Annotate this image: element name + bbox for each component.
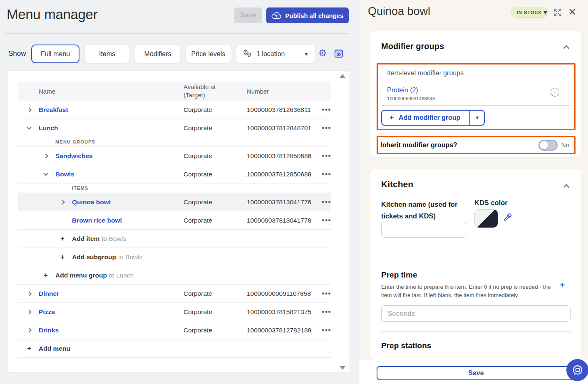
chevron-right-icon[interactable] [27,328,31,332]
row-actions-button[interactable]: ••• [322,126,331,130]
chat-bubble-icon [571,364,584,377]
add-item-row[interactable]: +Add itemto Bowls [18,230,331,248]
kitchen-name-input[interactable] [381,222,467,238]
inherit-modifier-groups-toggle[interactable] [538,140,558,151]
chevron-right-icon[interactable] [27,108,31,112]
row-name-link[interactable]: Lunch [39,124,58,132]
stock-dropdown-icon[interactable]: ▼ [542,9,548,16]
row-actions-button[interactable]: ••• [322,172,331,176]
row-available: Corporate [184,290,247,297]
row-number: 100000037812636811 [247,106,322,114]
table-row-bowls[interactable]: Bowls Corporate 100000037812850688 ••• [18,165,331,183]
row-name-link[interactable]: Brown rice bowl [72,217,122,224]
row-name-link[interactable]: Drinks [39,327,59,334]
row-name-link[interactable]: Bowls [55,171,74,178]
chevron-right-icon[interactable] [60,200,65,204]
row-actions-button[interactable]: ••• [322,292,331,296]
scroll-down-arrow[interactable] [340,366,345,370]
inherit-modifier-groups-label: Inherit modifier groups? [380,141,457,149]
table-row-lunch[interactable]: Lunch Corporate 100000037812848701 ••• [18,119,331,137]
table-row-dinner[interactable]: Dinner Corporate 100000000091107858 ••• [18,285,331,303]
row-actions-button[interactable]: ••• [322,154,331,158]
menu-preview-icon[interactable] [334,49,344,59]
close-icon[interactable]: ✕ [568,6,576,18]
row-name-link[interactable]: Sandwiches [55,152,93,160]
publish-all-changes-button[interactable]: Publish all changes [266,7,349,23]
chevron-right-icon[interactable] [44,154,48,158]
table-row-sandwiches[interactable]: Sandwiches Corporate 100000037812850686 … [18,147,331,165]
modifier-group-number: 100000059031468943 [387,96,435,101]
item-title: Quinoa bowl [368,5,430,18]
row-actions-button[interactable]: ••• [322,310,331,314]
modifier-group-link[interactable]: Protein (2) [387,87,418,94]
tab-modifiers[interactable]: Modifiers [135,45,181,63]
item-level-modifier-groups-label: Item-level modifier groups [387,69,464,77]
row-available: Corporate [184,327,247,334]
prep-time-input[interactable] [381,305,571,322]
section-label-row: ITEMS [18,183,331,193]
add-menu-row[interactable]: +Add menu [18,339,331,358]
save-button-disabled[interactable]: Save [234,7,262,23]
prep-stations-heading: Prep stations [381,341,431,350]
save-button[interactable]: Save [377,366,576,380]
collapse-section-icon[interactable] [564,183,569,188]
inherit-modifier-groups-highlight: Inherit modifier groups? No [377,136,576,154]
chevron-down-icon[interactable] [27,126,31,130]
add-prep-time-icon[interactable]: + [560,280,565,290]
table-row-pizza[interactable]: Pizza Corporate 100000037815821375 ••• [18,303,331,321]
section-label-row: MENU GROUPS [18,137,331,147]
row-name-link[interactable]: Quinoa bowl [72,198,111,206]
row-actions-button[interactable]: ••• [322,108,331,112]
kitchen-card: Kitchen Kitchen name (used for tickets a… [370,169,581,360]
row-actions-button[interactable]: ••• [322,218,331,223]
kitchen-heading: Kitchen [381,179,413,189]
row-number: 100000037812848701 [247,124,322,132]
row-number: 100000037812850688 [247,171,322,178]
table-row-drinks[interactable]: Drinks Corporate 100000037812782188 ••• [18,321,331,339]
location-pins-icon [242,49,253,59]
page-title: Menu manager [7,7,97,22]
row-number: 100000037812850686 [247,152,322,160]
add-subgroup-row[interactable]: +Add subgroupto Bowls [18,248,331,266]
chevron-down-icon[interactable] [44,172,48,176]
eyedropper-icon[interactable] [503,212,513,222]
chevron-down-icon: ▼ [304,51,309,57]
row-name-link[interactable]: Breakfast [39,106,68,114]
item-level-modifier-groups-highlight: Item-level modifier groups Protein (2) 1… [377,63,576,130]
add-modifier-group-dropdown[interactable]: ▼ [469,111,484,125]
expand-panel-icon[interactable] [553,8,562,17]
add-menu-group-row[interactable]: +Add menu groupto Lunch [18,266,331,285]
tab-price-levels[interactable]: Price levels [186,45,231,63]
add-modifier-group-button[interactable]: + Add modifier group [382,111,469,125]
row-available: Corporate [184,217,247,224]
scroll-up-arrow[interactable] [340,74,345,78]
settings-gear-icon[interactable]: ⚙ [318,48,327,58]
row-actions-button[interactable]: ••• [322,328,331,332]
row-name-link[interactable]: Dinner [39,290,59,297]
modifier-groups-heading: Modifier groups [381,42,444,51]
location-dropdown[interactable]: 1 location ▼ [236,45,315,63]
prep-time-heading: Prep time [381,270,417,280]
plus-icon: + [44,271,48,280]
table-row-brown-rice-bowl[interactable]: Brown rice bowl Corporate 10000003781304… [18,211,331,230]
add-label: Add menu [39,345,70,352]
chevron-right-icon[interactable] [27,292,31,296]
remove-modifier-group-icon[interactable]: − [551,88,559,97]
chevron-right-icon[interactable] [27,310,31,314]
row-actions-button[interactable]: ••• [322,200,331,204]
table-row-quinoa-bowl[interactable]: Quinoa bowl Corporate 100000037813041776… [18,193,331,211]
toggle-value: No [561,141,569,149]
item-detail-panel: Quinoa bowl IN STOCK ▼ ✕ Modifier groups… [359,0,588,384]
add-label: Add item [72,235,99,243]
collapse-section-icon[interactable] [564,45,569,50]
chat-support-button[interactable] [566,359,588,381]
add-label: Add menu group [55,272,107,279]
modifier-groups-card: Modifier groups Item-level modifier grou… [370,31,581,157]
tab-items[interactable]: Items [84,45,130,63]
table-row-breakfast[interactable]: Breakfast Corporate 100000037812636811 •… [18,101,331,119]
show-label: Show [8,50,26,58]
kds-color-swatch[interactable] [474,209,498,228]
add-suffix: to Bowls [102,235,126,243]
row-name-link[interactable]: Pizza [39,308,55,316]
tab-full-menu[interactable]: Full menu [31,45,79,63]
